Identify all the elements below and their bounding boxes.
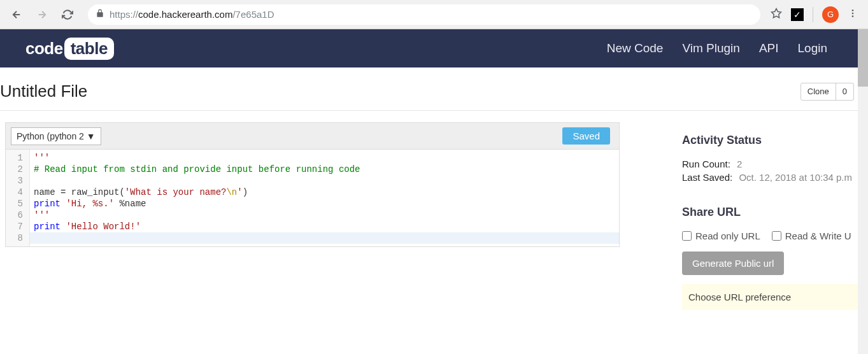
address-bar[interactable]: https://code.hackerearth.com/7e65a1D	[88, 4, 760, 25]
generate-url-button[interactable]: Generate Public url	[682, 251, 784, 275]
code-line[interactable]: print 'Hello World!'	[34, 221, 615, 232]
browser-toolbar: https://code.hackerearth.com/7e65a1D ✓ G	[0, 0, 868, 29]
activity-heading: Activity Status	[682, 134, 868, 147]
extension-icon[interactable]: ✓	[791, 8, 804, 21]
scrollbar-thumb[interactable]	[858, 29, 868, 87]
kebab-menu-icon[interactable]	[848, 8, 858, 20]
code-lines[interactable]: '''# Read input from stdin and provide i…	[30, 150, 619, 246]
saved-badge: Saved	[562, 127, 610, 145]
toolbar-divider	[813, 7, 813, 22]
forward-button[interactable]	[32, 4, 52, 25]
code-line[interactable]: '''	[34, 152, 615, 164]
nav-link-login[interactable]: Login	[798, 41, 828, 55]
bookmark-star-icon[interactable]	[771, 8, 782, 21]
code-area[interactable]: 12345678 '''# Read input from stdin and …	[5, 149, 620, 247]
chevron-down-icon: ▼	[87, 131, 96, 141]
profile-avatar[interactable]: G	[822, 6, 839, 23]
reload-button[interactable]	[57, 4, 78, 25]
url-text: https://code.hackerearth.com/7e65a1D	[110, 9, 274, 20]
svg-point-2	[852, 13, 854, 15]
share-heading: Share URL	[682, 206, 868, 219]
nav-link-new-code[interactable]: New Code	[607, 41, 664, 55]
lock-icon	[96, 9, 104, 20]
url-options: Read only URL Read & Write U	[682, 230, 868, 241]
editor-toolbar: Python (python 2 ▼ Saved	[5, 122, 620, 149]
editor: Python (python 2 ▼ Saved 12345678 '''# R…	[5, 122, 620, 247]
read-write-checkbox[interactable]	[772, 231, 781, 241]
code-line[interactable]: '''	[34, 209, 615, 221]
read-only-option[interactable]: Read only URL	[682, 230, 760, 241]
nav-link-api[interactable]: API	[759, 41, 779, 55]
svg-marker-0	[772, 9, 781, 18]
page-scrollbar[interactable]	[858, 29, 868, 354]
line-gutter: 12345678	[6, 150, 30, 246]
file-title: Untitled File	[0, 81, 87, 101]
svg-point-1	[852, 10, 854, 11]
choose-preference-message: Choose URL preference	[682, 284, 867, 310]
back-button[interactable]	[6, 4, 27, 25]
run-count-row: Run Count: 2	[682, 159, 868, 169]
read-write-option[interactable]: Read & Write U	[772, 230, 851, 241]
title-row: Untitled File Clone 0	[0, 67, 868, 111]
code-line[interactable]: name = raw_input('What is your name?\n')	[34, 187, 615, 198]
svg-point-3	[852, 15, 854, 17]
nav-link-vim-plugin[interactable]: Vim Plugin	[682, 41, 739, 55]
logo[interactable]: code table	[25, 38, 114, 60]
sidebar: Activity Status Run Count: 2 Last Saved:…	[669, 111, 868, 354]
code-line[interactable]: # Read input from stdin and provide inpu…	[34, 164, 615, 175]
header-nav: New CodeVim PluginAPILogin	[607, 41, 827, 55]
code-line[interactable]: print 'Hi, %s.' %name	[34, 198, 615, 209]
clone-button[interactable]: Clone 0	[800, 83, 854, 101]
last-saved-row: Last Saved: Oct. 12, 2018 at 10:34 p.m	[682, 172, 868, 183]
read-only-checkbox[interactable]	[682, 231, 692, 241]
code-line[interactable]	[34, 175, 615, 187]
site-header: code table New CodeVim PluginAPILogin	[0, 29, 868, 67]
language-select[interactable]: Python (python 2 ▼	[11, 127, 101, 145]
